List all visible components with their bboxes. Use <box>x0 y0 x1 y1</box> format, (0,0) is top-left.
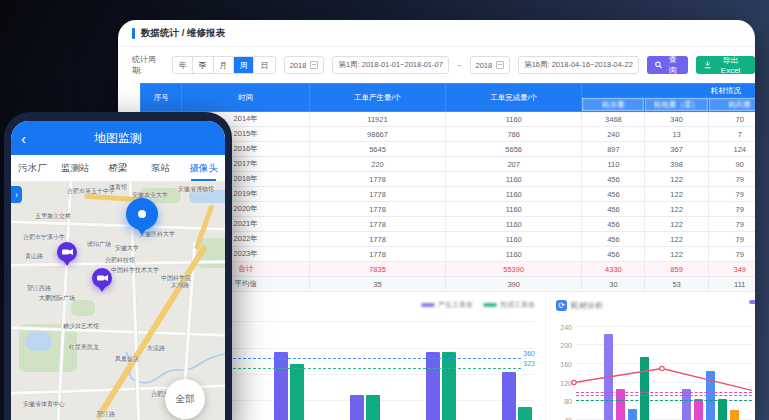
end-year-select[interactable]: 2018 <box>470 56 511 74</box>
tab-桥梁[interactable]: 桥梁 <box>97 155 140 181</box>
table-cell: 70 <box>708 112 755 127</box>
filter-toolbar: 统计周期: 年季月周日 2018 第1周: 2018-01-01~2018-01… <box>118 47 755 83</box>
map-poi-label: 望江路 <box>97 410 115 419</box>
table-cell: 456 <box>582 217 645 232</box>
legend-item-产生工单量[interactable]: 产生工单量 <box>421 300 473 310</box>
table-row: 22015年98667786240137650 <box>141 127 756 142</box>
show-all-button[interactable]: 全部 <box>165 379 205 419</box>
table-cell: 79 <box>708 202 755 217</box>
selected-camera-marker[interactable] <box>126 198 158 230</box>
table-cell: 90 <box>708 157 755 172</box>
table-cell: 7835 <box>309 262 445 277</box>
table-row: 62019年177811604561227967 <box>141 187 756 202</box>
tab-泵站[interactable]: 泵站 <box>139 155 182 181</box>
period-label: 统计周期: <box>132 54 164 76</box>
map-poi-label: 大鹏国际广场 <box>39 294 75 303</box>
map-poi-label: 黄山路 <box>25 252 43 261</box>
table-cell: 11921 <box>309 112 445 127</box>
table-cell: 349 <box>708 262 755 277</box>
bar-产生工单量-4 <box>426 352 440 420</box>
marker-tail <box>63 260 71 270</box>
legend-item-完成工单量[interactable]: 完成工单量 <box>483 300 535 310</box>
back-arrow-icon[interactable]: ‹ <box>21 131 26 146</box>
col-header-index: 序号 <box>141 84 182 112</box>
map-poi-label: 安徽大学 <box>115 244 139 253</box>
y-axis-tick: 200 <box>560 342 572 349</box>
table-cell: 1778 <box>309 172 445 187</box>
phone-mockup: ‹ 地图监测 污水厂监测站桥梁泵站摄像头 合肥市第五十中学 <box>4 112 232 420</box>
report-table: 序号 时间 工单产生量/个 工单完成量/个 耗材情况 耗水量耗电量（度）耗药量水… <box>140 83 755 292</box>
end-week-select[interactable]: 第16周: 2018-04-16~2018-04-22 <box>518 56 639 74</box>
consumable-chart-legend[interactable] <box>749 300 755 304</box>
table-cell: 98667 <box>309 127 445 142</box>
dashboard-header: 数据统计 / 维修报表 <box>118 20 755 47</box>
col-header-created: 工单产生量/个 <box>309 84 445 112</box>
table-row: 12014年119211160346834070250 <box>141 112 756 127</box>
map-panel-expander[interactable]: › <box>11 186 22 203</box>
map-poi-label: 体育馆 <box>109 183 127 192</box>
bar-产生工单量-3 <box>350 395 364 420</box>
camera-marker[interactable] <box>92 268 112 294</box>
legend-marker <box>421 303 435 307</box>
phone-app-header: ‹ 地图监测 <box>11 121 225 155</box>
legend-marker <box>749 300 755 304</box>
phone-screen: ‹ 地图监测 污水厂监测站桥梁泵站摄像头 合肥市第五十中学 <box>11 121 225 420</box>
table-cell: 79 <box>708 217 755 232</box>
period-segment-周[interactable]: 周 <box>234 57 254 73</box>
subheader-cell: 耗药量 <box>708 98 755 112</box>
map-poi-label: 合肥市第五十中学 <box>67 187 115 196</box>
table-cell: 1160 <box>446 187 582 202</box>
start-week-select[interactable]: 第1周: 2018-01-01~2018-01-07 <box>332 56 448 74</box>
col-header-time: 时间 <box>182 84 309 112</box>
phone-page-title: 地图监测 <box>94 130 142 147</box>
table-cell: 1778 <box>309 202 445 217</box>
subheader-cell: 耗电量（度） <box>645 98 708 112</box>
start-year-select[interactable]: 2018 <box>284 56 325 74</box>
period-segment-季[interactable]: 季 <box>193 57 213 73</box>
table-cell: 13 <box>645 127 708 142</box>
bar-完成工单量-2 <box>290 364 304 420</box>
period-segment-年[interactable]: 年 <box>173 57 193 73</box>
camera-icon <box>97 274 108 282</box>
map-poi-label: 安徽省博物馆 <box>178 185 214 194</box>
table-cell: 111 <box>708 277 755 292</box>
table-cell: 5645 <box>309 142 445 157</box>
table-cell: 1160 <box>446 217 582 232</box>
consumable-plot: 4080120160200240 <box>576 321 752 420</box>
table-cell: 1160 <box>446 202 582 217</box>
period-segment-日[interactable]: 日 <box>254 57 274 73</box>
table-cell: 1778 <box>309 187 445 202</box>
tab-污水厂[interactable]: 污水厂 <box>11 155 54 181</box>
col-header-consumables-group: 耗材情况 <box>582 84 755 98</box>
legend-label: 产生工单量 <box>438 300 473 310</box>
table-cell: 122 <box>645 217 708 232</box>
phone-tab-bar: 污水厂监测站桥梁泵站摄像头 <box>11 155 225 182</box>
table-cell: 456 <box>582 232 645 247</box>
query-button[interactable]: 查询 <box>647 56 688 74</box>
table-cell: 207 <box>446 157 582 172</box>
range-separator: ~ <box>457 61 462 70</box>
table-cell: 897 <box>582 142 645 157</box>
legend-label: 完成工单量 <box>500 300 535 310</box>
table-cell: 124 <box>708 142 755 157</box>
export-excel-button[interactable]: 导出Excel <box>696 56 755 74</box>
camera-marker[interactable] <box>57 242 77 268</box>
bar-完成工单量-5 <box>518 407 532 420</box>
map-view[interactable]: 合肥市第五十中学体育馆安徽农业大学安徽省博物馆五里墩立交桥合肥市宁溪小学安徽医科… <box>11 182 225 420</box>
workorder-chart-legend: 产生工单量完成工单量 <box>421 300 535 310</box>
table-cell: 1160 <box>446 112 582 127</box>
table-cell: 456 <box>582 202 645 217</box>
table-cell: 79 <box>708 172 755 187</box>
period-segment-月[interactable]: 月 <box>214 57 234 73</box>
table-cell: 398 <box>645 157 708 172</box>
table-cell: 5656 <box>446 142 582 157</box>
tab-摄像头[interactable]: 摄像头 <box>182 155 225 181</box>
average-line-value: 360 <box>523 350 535 357</box>
trend-line <box>576 321 752 420</box>
bar-产生工单量-5 <box>502 372 516 420</box>
camera-icon <box>62 248 73 256</box>
tab-监测站[interactable]: 监测站 <box>54 155 97 181</box>
map-poi-label: 赖少其艺术馆 <box>63 322 99 331</box>
report-table-body: 12014年11921116034683407025022015年9866778… <box>141 112 756 292</box>
consumable-chart-title: ⟳ 耗材分析 <box>556 300 603 311</box>
